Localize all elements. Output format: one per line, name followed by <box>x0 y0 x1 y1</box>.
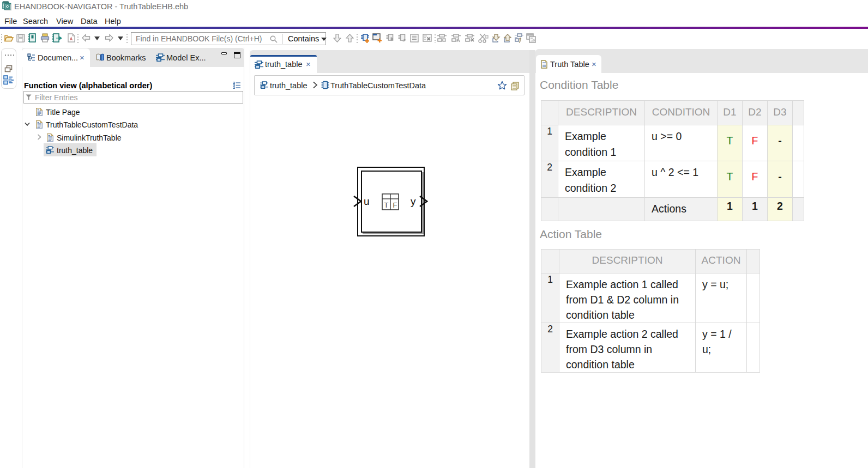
svg-text:F: F <box>393 201 397 209</box>
svg-text:T: T <box>384 201 389 209</box>
